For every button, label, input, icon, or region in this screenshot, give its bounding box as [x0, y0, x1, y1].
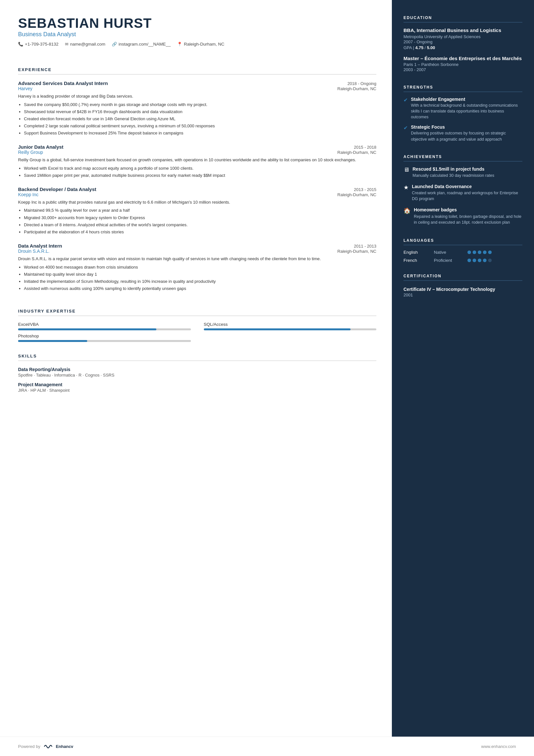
list-item: Maintained 99,5 % quality level for over…: [24, 207, 376, 214]
list-item: Created election forecast models for use…: [24, 116, 376, 122]
edu-block-1: BBA, International Business and Logistic…: [403, 27, 522, 50]
exp-company-1: Harvey: [18, 86, 32, 91]
edu-block-2: Master – Économie des Entreprises et des…: [403, 55, 522, 72]
lang-level-english: Native: [434, 250, 466, 255]
skill-label-sql: SQL/Access: [204, 322, 377, 327]
ach-title-1: Rescued $1.5mill in project funds: [413, 166, 494, 172]
strengths-section-title: STRENGTHS: [403, 85, 522, 92]
industry-section-title: INDUSTRY EXPERTISE: [18, 309, 376, 316]
list-item: Participated at the elaboration of 4 hou…: [24, 229, 376, 235]
exp-date-3: 2013 - 2015: [354, 187, 376, 192]
certification-section-title: CERTIFICATION: [403, 274, 522, 281]
list-item: Worked on 4000 text messages drawn from …: [24, 264, 376, 271]
dot: [483, 251, 487, 254]
bar-track-sql: [204, 328, 377, 330]
footer-brand: Powered by Enhancv: [18, 743, 73, 750]
strength-block-2: ✔ Strategic Focus Delivering positive ou…: [403, 124, 522, 142]
strength-desc-1: With a technical background & outstandin…: [411, 102, 522, 120]
brand-name: Enhancv: [56, 744, 73, 749]
exp-desc-3: Koepp Inc is a public utility that provi…: [18, 199, 376, 205]
contact-instagram: 🔗 instagram.com/__NAME__: [112, 42, 170, 46]
skill-bar-photoshop: Photoshop: [18, 334, 191, 342]
exp-bullets-2: Worked with Excel to track and map accou…: [18, 165, 376, 179]
dot: [472, 258, 476, 262]
skill-bar-excel: Excel/VBA: [18, 322, 191, 330]
exp-block-4: Data Analyst Intern 2011 - 2013 Drouin S…: [18, 243, 376, 292]
skills-section: Data Reporting/Analysis Spotfire · Table…: [18, 367, 376, 397]
ach-title-3: Homeowner badges: [414, 207, 522, 213]
cert-year: 2001: [403, 292, 522, 297]
ach-desc-1: Manually calculated 30 day readmission r…: [413, 173, 494, 178]
achievements-section-title: ACHIEVEMENTS: [403, 154, 522, 162]
lang-level-french: Proficient: [434, 258, 466, 263]
list-item: Maintained top quality level since day 1: [24, 271, 376, 278]
dot: [468, 258, 471, 262]
exp-date-4: 2011 - 2013: [354, 244, 376, 249]
cert-title: Certificate IV – Microcomputer Technolog…: [403, 287, 522, 292]
powered-by-label: Powered by: [18, 744, 40, 749]
exp-bullets-4: Worked on 4000 text messages drawn from …: [18, 264, 376, 292]
list-item: Saved the company $50,000 (.7%) every mo…: [24, 101, 376, 108]
check-icon-1: ✔: [403, 97, 408, 103]
achievement-block-3: 🏠 Homeowner badges Repaired a leaking to…: [403, 207, 522, 225]
languages-section-title: LANGUAGES: [403, 238, 522, 245]
achievement-block-1: 🖥 Rescued $1.5mill in project funds Manu…: [403, 166, 522, 178]
gpa-value: 4.75: [415, 45, 423, 50]
ach-desc-2: Created work plan, roadmap and workgroup…: [412, 190, 522, 202]
ach-desc-3: Repaired a leaking toilet, broken garbag…: [414, 214, 522, 225]
strength-block-1: ✔ Stakeholder Engagement With a technica…: [403, 97, 522, 120]
dot-empty: [488, 258, 492, 262]
exp-title-4: Data Analyst Intern: [18, 243, 62, 249]
lang-row-french: French Proficient: [403, 258, 522, 263]
candidate-title: Business Data Analyst: [18, 31, 376, 38]
dot: [483, 258, 487, 262]
exp-title-2: Junior Data Analyst: [18, 144, 63, 149]
ach-icon-3: 🏠: [403, 207, 411, 214]
list-item: Saved 1Million paper print per year, aut…: [24, 172, 376, 179]
contact-phone: 📞 +1-709-375-8132: [18, 42, 59, 46]
list-item: Migrated 30,000+ accounts from legacy sy…: [24, 215, 376, 221]
phone-icon: 📞: [18, 42, 23, 46]
lang-dots-french: [468, 258, 492, 262]
skill-group-items-0: Spotfire · Tableau · Informatica · R · C…: [18, 373, 376, 378]
exp-date-2: 2015 - 2018: [354, 145, 376, 149]
list-item: Assisted with numerous audits using 100%…: [24, 285, 376, 292]
exp-bullets-1: Saved the company $50,000 (.7%) every mo…: [18, 101, 376, 137]
ach-icon-1: 🖥: [403, 167, 409, 173]
edu-years-1: 2007 - Ongoing: [403, 40, 522, 44]
strength-title-2: Strategic Focus: [411, 124, 522, 130]
exp-date-1: 2018 - Ongoing: [347, 81, 376, 86]
skill-bar-sql: SQL/Access: [204, 322, 377, 330]
exp-location-3: Raleigh-Durham, NC: [337, 192, 376, 197]
location-icon: 📍: [177, 42, 182, 46]
instagram-icon: 🔗: [112, 42, 117, 46]
exp-desc-4: Drouin S.A.R.L. is a regular parcel serv…: [18, 256, 376, 262]
lang-dots-english: [468, 251, 492, 254]
dot: [488, 251, 492, 254]
gpa-max: 5.00: [427, 45, 435, 50]
skill-group-title-0: Data Reporting/Analysis: [18, 367, 376, 372]
skill-group-items-1: JIRA · HP ALM · Sharepoint: [18, 388, 376, 393]
enhancv-logo-icon: [43, 743, 53, 750]
exp-location-4: Raleigh-Durham, NC: [337, 249, 376, 254]
list-item: Initiated the implementation of Scrum Me…: [24, 278, 376, 285]
industry-skill-bars: Excel/VBA SQL/Access Photoshop: [18, 322, 376, 342]
dot: [478, 251, 481, 254]
ach-icon-2: ★: [403, 184, 409, 191]
cert-block: Certificate IV – Microcomputer Technolog…: [403, 287, 522, 297]
lang-row-english: English Native: [403, 250, 522, 255]
check-icon-2: ✔: [403, 125, 408, 131]
ach-title-2: Launched Data Governance: [412, 184, 522, 189]
strength-desc-2: Delivering positive outcomes by focusing…: [411, 130, 522, 142]
skill-label-photoshop: Photoshop: [18, 334, 191, 338]
header-section: SEBASTIAN HURST Business Data Analyst 📞 …: [18, 15, 376, 46]
edu-gpa-1: GPA | 4.75 / 5.00: [403, 45, 522, 50]
exp-desc-2: Reilly Group is a global, full-service i…: [18, 157, 376, 163]
bar-fill-excel: [18, 328, 156, 330]
exp-block-1: Advanced Services Data Analyst Intern 20…: [18, 80, 376, 137]
exp-location-1: Raleigh-Durham, NC: [337, 86, 376, 91]
exp-block-3: Backend Developer / Data Analyst 2013 - …: [18, 186, 376, 236]
lang-name-english: English: [403, 250, 433, 255]
bar-fill-photoshop: [18, 340, 87, 342]
edu-school-1: Metropolia University of Applied Science…: [403, 34, 522, 39]
